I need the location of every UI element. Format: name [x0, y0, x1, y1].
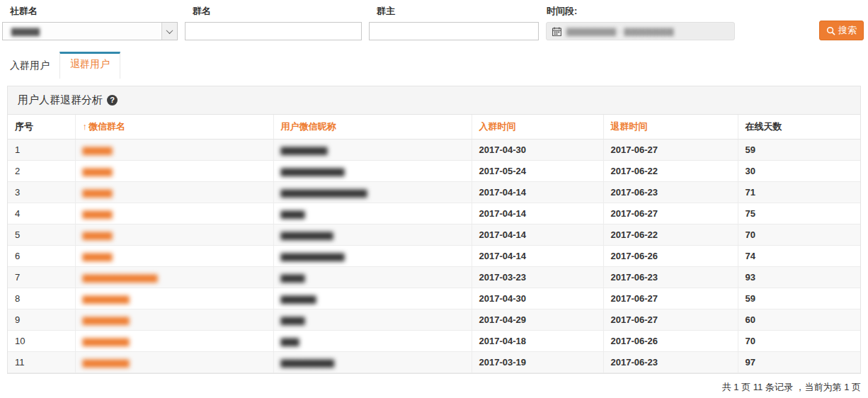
group-name-link[interactable]: ▆▆▆▆▆▆▆▆▆▆▆▆▆ [83, 272, 156, 283]
calendar-icon [552, 27, 561, 36]
group-name-cell: ▆▆▆▆▆▆▆▆ [75, 352, 273, 373]
nickname-text: ▆▆▆▆ [281, 314, 304, 325]
table-row: 8▆▆▆▆▆▆▆▆▆▆▆▆▆▆2017-04-302017-06-2759 [8, 288, 860, 309]
leave-date-cell: 2017-06-23 [603, 267, 738, 288]
nickname-text: ▆▆▆▆ [281, 208, 304, 219]
nickname-text: ▆▆▆▆▆▆ [281, 293, 315, 304]
group-name-cell: ▆▆▆▆▆ [75, 203, 273, 224]
nickname-text: ▆▆▆▆▆▆▆▆ [281, 144, 326, 155]
group-name-link[interactable]: ▆▆▆▆▆ [83, 229, 111, 240]
table-row: 1▆▆▆▆▆▆▆▆▆▆▆▆▆2017-04-302017-06-2759 [8, 140, 860, 161]
leave-date-cell: 2017-06-27 [603, 288, 738, 309]
group-name-cell: ▆▆▆▆▆ [75, 224, 273, 246]
nickname-cell: ▆▆▆▆▆▆ [273, 288, 472, 309]
leave-date-cell: 2017-06-27 [603, 309, 738, 331]
help-icon[interactable]: ? [107, 95, 118, 106]
group-name-cell: ▆▆▆▆▆▆▆▆ [75, 309, 273, 331]
group-name-link[interactable]: ▆▆▆▆▆▆▆▆ [83, 357, 128, 368]
table-row: 2▆▆▆▆▆▆▆▆▆▆▆▆▆▆▆▆2017-05-242017-06-2230 [8, 161, 860, 182]
group-name-link[interactable]: ▆▆▆▆▆▆▆▆ [83, 336, 128, 346]
panel-title: 用户人群退群分析 [18, 93, 103, 107]
col-header-leave-date[interactable]: 退群时间 [603, 115, 738, 140]
online-days-cell: 75 [738, 203, 860, 224]
nickname-cell: ▆▆▆ ▆▆▆▆▆▆ [273, 352, 472, 373]
nickname-cell: ▆▆▆ [273, 331, 472, 352]
nickname-cell: ▆▆▆▆▆▆▆▆ [273, 140, 472, 161]
leave-date-cell: 2017-06-23 [603, 352, 738, 373]
online-days-cell: 97 [738, 352, 860, 373]
table-row: 6▆▆▆▆▆▆▆▆▆▆▆▆▆▆▆▆2017-04-142017-06-2674 [8, 246, 860, 267]
row-number-cell: 1 [8, 140, 75, 161]
join-date-cell: 2017-04-14 [472, 224, 603, 246]
search-icon [826, 26, 835, 35]
nickname-cell: ▆▆▆▆▆▆▆▆▆▆▆ [273, 246, 472, 267]
period-label: 时间段: [547, 6, 735, 16]
select-dropdown-button[interactable] [161, 23, 177, 40]
nickname-text: ▆▆▆ [281, 336, 298, 346]
row-number-cell: 5 [8, 224, 75, 246]
row-number-cell: 9 [8, 309, 75, 331]
online-days-cell: 59 [738, 140, 860, 161]
group-name-link[interactable]: ▆▆▆▆▆▆▆▆ [83, 293, 128, 304]
group-name-cell: ▆▆▆▆▆▆▆▆ [75, 288, 273, 309]
search-button[interactable]: 搜索 [819, 21, 864, 40]
group-name-link[interactable]: ▆▆▆▆▆ [83, 166, 111, 176]
nickname-cell: ▆▆▆▆▆▆▆▆▆▆▆▆▆▆▆ [273, 182, 472, 203]
group-name-cell: ▆▆▆▆▆ [75, 246, 273, 267]
panel-header: 用户人群退群分析 ? [8, 86, 860, 115]
group-name-link[interactable]: ▆▆▆▆▆ [83, 251, 111, 261]
join-date-cell: 2017-05-24 [472, 161, 603, 182]
group-name-link[interactable]: ▆▆▆▆▆ [83, 208, 111, 219]
nickname-cell: ▆▆▆▆ [273, 309, 472, 331]
col-header-nickname[interactable]: 用户微信昵称 [273, 115, 472, 140]
join-date-cell: 2017-04-29 [472, 309, 603, 331]
group-name-cell: ▆▆▆▆▆▆▆▆▆▆▆▆▆ [75, 267, 273, 288]
table-row: 9▆▆▆▆▆▆▆▆▆▆▆▆2017-04-292017-06-2760 [8, 309, 860, 331]
group-name-link[interactable]: ▆▆▆▆▆▆▆▆ [83, 314, 128, 325]
group-name-link[interactable]: ▆▆▆▆▆ [83, 144, 111, 155]
col-header-online-days: 在线天数 [738, 115, 860, 140]
join-date-cell: 2017-04-14 [472, 246, 603, 267]
period-date-range-input[interactable]: ▆▆▆▆▆▆▆ - ▆▆▆▆▆▆▆ [546, 22, 735, 40]
nickname-cell: ▆▆▆▆ [273, 267, 472, 288]
tab-leave-users[interactable]: 退群用户 [59, 52, 120, 79]
join-date-cell: 2017-04-30 [472, 140, 603, 161]
row-number-cell: 8 [8, 288, 75, 309]
nickname-text: ▆▆▆▆ [281, 272, 304, 283]
nickname-text: ▆▆▆▆▆▆▆▆▆ [281, 229, 332, 240]
period-value: ▆▆▆▆▆▆▆ - ▆▆▆▆▆▆▆ [566, 23, 674, 40]
filter-owner: 群主 [369, 6, 539, 40]
online-days-cell: 30 [738, 161, 860, 182]
leave-date-cell: 2017-06-26 [603, 331, 738, 352]
group-name-input[interactable] [185, 22, 362, 40]
online-days-cell: 60 [738, 309, 860, 331]
nickname-text: ▆▆▆▆▆▆▆▆▆▆▆▆▆▆▆ [281, 187, 366, 198]
join-date-cell: 2017-04-14 [472, 203, 603, 224]
filter-period: 时间段: ▆▆▆▆▆▆▆ - ▆▆▆▆▆▆▆ [546, 6, 735, 40]
col-header-join-date[interactable]: 入群时间 [472, 115, 603, 140]
filter-bar: 社群名 ▆▆▆▆ 群名 群主 时间段: [0, 0, 868, 40]
community-select-value: ▆▆▆▆ [8, 23, 40, 40]
group-name-link[interactable]: ▆▆▆▆▆ [83, 187, 111, 198]
tab-join-users[interactable]: 入群用户 [0, 52, 59, 79]
leave-date-cell: 2017-06-22 [603, 224, 738, 246]
col-header-index: 序号 [8, 115, 75, 140]
col-header-group-name[interactable]: ↑微信群名 [75, 115, 273, 140]
leave-analysis-panel: 用户人群退群分析 ? 序号 ↑微信群名 用户微信昵称 入群时间 退群时间 在线天… [7, 86, 861, 374]
pagination-summary: 共 1 页 11 条记录 ，当前为第 1 页 [7, 381, 861, 394]
row-number-cell: 4 [8, 203, 75, 224]
table-header-row: 序号 ↑微信群名 用户微信昵称 入群时间 退群时间 在线天数 [8, 115, 860, 140]
row-number-cell: 3 [8, 182, 75, 203]
nickname-text: ▆▆▆▆▆▆▆▆▆▆▆ [281, 251, 343, 261]
nickname-text: ▆▆▆ ▆▆▆▆▆▆ [281, 357, 333, 368]
row-number-cell: 7 [8, 267, 75, 288]
community-select[interactable]: ▆▆▆▆ [2, 22, 178, 40]
row-number-cell: 11 [8, 352, 75, 373]
group-name-label: 群名 [193, 6, 362, 16]
table-row: 4▆▆▆▆▆▆▆▆▆2017-04-142017-06-2775 [8, 203, 860, 224]
online-days-cell: 70 [738, 331, 860, 352]
sort-asc-icon: ↑ [83, 121, 88, 132]
join-date-cell: 2017-03-23 [472, 267, 603, 288]
owner-input[interactable] [369, 22, 539, 40]
join-date-cell: 2017-04-30 [472, 288, 603, 309]
